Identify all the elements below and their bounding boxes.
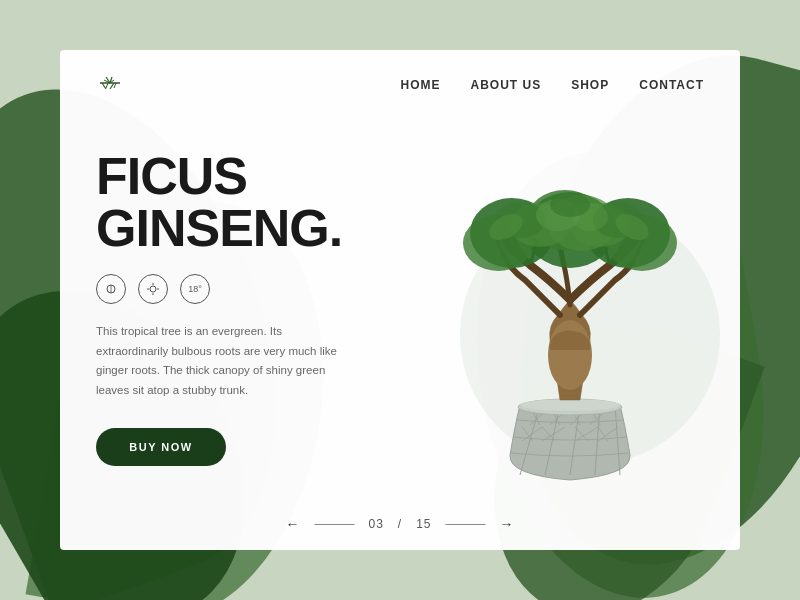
svg-point-11 <box>150 286 156 292</box>
svg-line-6 <box>110 83 114 89</box>
pagination-separator: / <box>398 517 402 531</box>
plant-feature-icon <box>96 274 126 304</box>
svg-line-5 <box>102 83 106 89</box>
pagination-line-right <box>446 524 486 525</box>
product-title: FICUS GINSENG. <box>96 150 364 254</box>
title-line2: GINSENG. <box>96 199 342 257</box>
temp-feature-icon: 18° <box>180 274 210 304</box>
logo-icon <box>96 73 124 98</box>
pagination-current: 03 <box>368 517 383 531</box>
nav-shop[interactable]: SHOP <box>571 78 609 92</box>
feature-icons-row: 18° <box>96 274 364 304</box>
prev-arrow[interactable]: ← <box>285 516 300 532</box>
content-area: FICUS GINSENG. <box>60 120 740 550</box>
svg-point-55 <box>550 193 590 217</box>
next-arrow[interactable]: → <box>500 516 515 532</box>
pagination-line-left <box>314 524 354 525</box>
title-line1: FICUS <box>96 147 247 205</box>
pagination-total: 15 <box>416 517 431 531</box>
nav-contact[interactable]: CONTACT <box>639 78 704 92</box>
buy-now-button[interactable]: BUY NOW <box>96 428 226 466</box>
right-panel <box>400 120 740 550</box>
left-panel: FICUS GINSENG. <box>60 120 400 550</box>
pagination: ← 03 / 15 → <box>285 516 514 532</box>
svg-point-38 <box>520 399 620 411</box>
main-card: HOME ABOUT US SHOP CONTACT FICUS GINSENG… <box>60 50 740 550</box>
nav-links: HOME ABOUT US SHOP CONTACT <box>401 78 704 92</box>
product-description: This tropical tree is an evergreen. Its … <box>96 322 356 400</box>
svg-point-39 <box>548 320 592 390</box>
plant-image <box>430 165 710 505</box>
sun-feature-icon <box>138 274 168 304</box>
nav-home[interactable]: HOME <box>401 78 441 92</box>
logo[interactable] <box>96 73 124 98</box>
navigation: HOME ABOUT US SHOP CONTACT <box>60 50 740 120</box>
nav-about-us[interactable]: ABOUT US <box>471 78 542 92</box>
